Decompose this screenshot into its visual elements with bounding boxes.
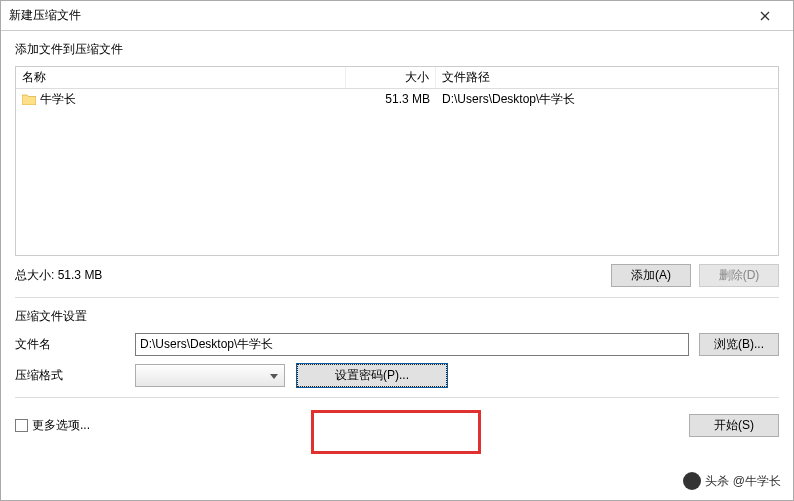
total-size-label: 总大小: 51.3 MB	[15, 267, 611, 284]
format-row: 设置密码(P)...	[135, 364, 689, 387]
divider	[15, 297, 779, 298]
divider	[15, 397, 779, 398]
more-options-checkbox[interactable]: 更多选项...	[15, 417, 90, 434]
start-button[interactable]: 开始(S)	[689, 414, 779, 437]
settings-grid: 文件名 浏览(B)... 压缩格式 设置密码(P)...	[15, 333, 779, 387]
format-label: 压缩格式	[15, 367, 125, 384]
cell-path: D:\Users\Desktop\牛学长	[436, 90, 778, 109]
add-button[interactable]: 添加(A)	[611, 264, 691, 287]
filename-label: 文件名	[15, 336, 125, 353]
summary-row: 总大小: 51.3 MB 添加(A) 删除(D)	[15, 264, 779, 287]
more-options-label: 更多选项...	[32, 417, 90, 434]
cell-name-text: 牛学长	[40, 91, 76, 108]
table-row[interactable]: 牛学长 51.3 MB D:\Users\Desktop\牛学长	[16, 89, 778, 109]
footer-row: 更多选项... 开始(S)	[15, 414, 779, 437]
window-title: 新建压缩文件	[9, 7, 745, 24]
checkbox-icon	[15, 419, 28, 432]
close-icon[interactable]	[745, 2, 785, 30]
watermark: 头杀 @牛学长	[679, 470, 785, 492]
column-header-size[interactable]: 大小	[346, 67, 436, 88]
dialog-body: 添加文件到压缩文件 名称 大小 文件路径 牛学长 51.3 MB D:\User…	[1, 31, 793, 500]
filename-field[interactable]	[135, 333, 689, 356]
cell-name: 牛学长	[16, 90, 346, 109]
column-header-path[interactable]: 文件路径	[436, 67, 778, 88]
file-list[interactable]: 名称 大小 文件路径 牛学长 51.3 MB D:\Users\Desktop\…	[15, 66, 779, 256]
cell-size: 51.3 MB	[346, 91, 436, 107]
section-archive-settings-label: 压缩文件设置	[15, 308, 779, 325]
browse-button[interactable]: 浏览(B)...	[699, 333, 779, 356]
section-add-files-label: 添加文件到压缩文件	[15, 41, 779, 58]
folder-icon	[22, 94, 36, 105]
remove-button[interactable]: 删除(D)	[699, 264, 779, 287]
column-header-name[interactable]: 名称	[16, 67, 346, 88]
file-list-header: 名称 大小 文件路径	[16, 67, 778, 89]
avatar	[683, 472, 701, 490]
set-password-button[interactable]: 设置密码(P)...	[297, 364, 447, 387]
format-combobox[interactable]	[135, 364, 285, 387]
watermark-text: 头杀 @牛学长	[705, 473, 781, 490]
titlebar: 新建压缩文件	[1, 1, 793, 31]
dialog-window: 新建压缩文件 添加文件到压缩文件 名称 大小 文件路径 牛学长 51.3 MB …	[0, 0, 794, 501]
